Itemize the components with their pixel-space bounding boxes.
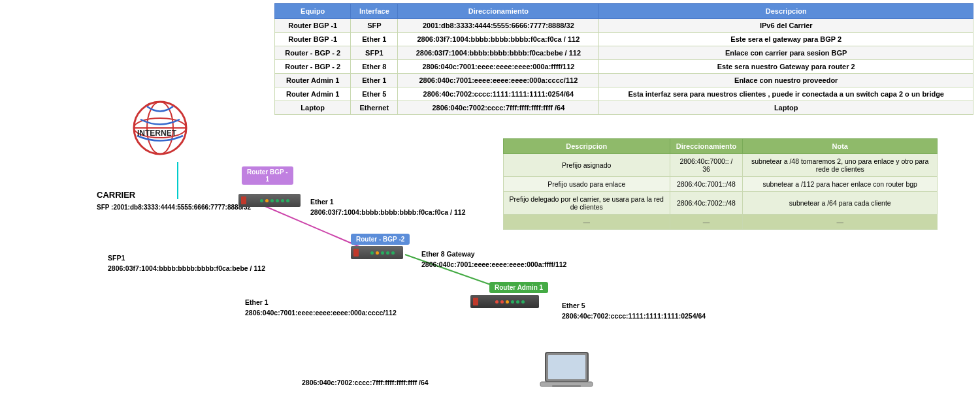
sfp1-label: SFP1 2806:03f7:1004:bbbb:bbbb:bbbb:f0ca:… [108,253,265,274]
table-cell: IPv6 del Carrier [599,19,973,33]
table-row: ——— [504,215,938,230]
table-cell: Ether 1 [351,33,398,46]
table-cell: Enlace con nuestro proveedor [599,74,973,87]
table-row: Prefijo asignado2806:40c:7000:: / 36subn… [504,154,938,177]
router-bgp2-box: Router - BGP -2 [351,234,410,245]
col2-direccionamiento: Direccionamiento [670,139,743,154]
table-cell: 2806:40c:7002:cccc:1111:1111:1111:0254/6… [398,87,599,101]
table-cell: 2806:40c:7000:: / 36 [670,154,743,177]
table-cell: 2806:40c:7001::/48 [670,177,743,192]
table-cell: subnetear a /48 tomaremos 2, uno para en… [743,154,938,177]
router-admin1-chip [470,295,539,308]
table-cell: — [743,215,938,230]
ether5-label: Ether 5 2806:40c:7002:cccc:1111:1111:111… [562,301,706,322]
table-cell: SFP [351,19,398,33]
table-cell: Ether 5 [351,87,398,101]
carrier-sfp-label: SFP :2001:db8:3333:4444:5555:6666:7777:8… [97,204,251,211]
carrier-label: CARRIER SFP :2001:db8:3333:4444:5555:666… [97,189,251,213]
table-row: Prefijo delegado por el carrier, se usar… [504,192,938,215]
table-row: Router Admin 1Ether 12806:040c:7001:eeee… [275,74,973,87]
table-cell: — [670,215,743,230]
col2-descripcion: Descripcion [504,139,670,154]
table-cell: 2806:03f7:1004:bbbb:bbbb:bbbb:f0ca:bebe … [398,46,599,60]
table-row: Prefijo usado para enlace2806:40c:7001::… [504,177,938,192]
main-table-container: Equipo Interface Direccionamiento Descri… [274,3,973,115]
table-cell: Prefijo usado para enlace [504,177,670,192]
second-table: Descripcion Direccionamiento Nota Prefij… [503,138,938,230]
table-cell: Prefijo asignado [504,154,670,177]
table-row: Router - BGP - 2SFP12806:03f7:1004:bbbb:… [275,46,973,60]
table-cell: — [504,215,670,230]
laptop-addr-label: 2806:040c:7002:cccc:7fff:ffff:ffff:ffff … [302,379,429,386]
table-cell: subnetear a /64 para cada cliente [743,192,938,215]
table-cell: 2806:03f7:1004:bbbb:bbbb:bbbb:f0ca:f0ca … [398,33,599,46]
router-admin1-box: Router Admin 1 [489,282,548,293]
table-row: Router BGP -1Ether 12806:03f7:1004:bbbb:… [275,33,973,46]
table-cell: subnetear a /112 para hacer enlace con r… [743,177,938,192]
table-cell: Router - BGP - 2 [275,60,351,74]
ether8-label: Ether 8 Gateway 2806:040c:7001:eeee:eeee… [421,249,566,270]
svg-rect-12 [552,385,581,387]
col-equipo: Equipo [275,4,351,19]
laptop-icon [539,349,598,399]
table-cell: Router - BGP - 2 [275,46,351,60]
table-cell: Ether 8 [351,60,398,74]
table-cell: Router BGP -1 [275,19,351,33]
table-cell: Este sera el gateway para BGP 2 [599,33,973,46]
table-row: Router BGP -1SFP2001:db8:3333:4444:5555:… [275,19,973,33]
col-descripcion: Descripcion [599,4,973,19]
table-cell: SFP1 [351,46,398,60]
table-cell: Laptop [599,101,973,115]
table-cell: 2806:040c:7002:cccc:7fff:ffff:ffff:ffff … [398,101,599,115]
ether1-bgp1-label: Ether 1 2806:03f7:1004:bbbb:bbbb:bbbb:f0… [310,197,465,218]
table-cell: Esta interfaz sera para nuestros cliente… [599,87,973,101]
table-cell: Router Admin 1 [275,74,351,87]
second-table-container: Descripcion Direccionamiento Nota Prefij… [503,138,938,230]
router-bgp2-chip [351,246,403,259]
col-interface: Interface [351,4,398,19]
table-cell: 2001:db8:3333:4444:5555:6666:7777:8888/3… [398,19,599,33]
table-cell: Ethernet [351,101,398,115]
table-cell: 2806:040c:7001:eeee:eeee:eeee:000a:cccc/… [398,74,599,87]
router-bgp1-box: Router BGP -1 [242,166,293,185]
table-row: LaptopEthernet2806:040c:7002:cccc:7fff:f… [275,101,973,115]
table-cell: Prefijo delegado por el carrier, se usar… [504,192,670,215]
table-cell: Router Admin 1 [275,87,351,101]
table-row: Router - BGP - 2Ether 82806:040c:7001:ee… [275,60,973,74]
table-cell: Este sera nuestro Gateway para router 2 [599,60,973,74]
table-cell: Enlace con carrier para sesion BGP [599,46,973,60]
svg-rect-10 [548,355,585,379]
table-row: Router Admin 1Ether 52806:40c:7002:cccc:… [275,87,973,101]
table-cell: 2806:40c:7002::/48 [670,192,743,215]
col2-nota: Nota [743,139,938,154]
table-cell: Laptop [275,101,351,115]
ether1-admin-label: Ether 1 2806:040c:7001:eeee:eeee:eeee:00… [245,298,397,319]
internet-label: INTERNET [137,129,176,138]
main-table: Equipo Interface Direccionamiento Descri… [274,3,973,115]
table-cell: 2806:040c:7001:eeee:eeee:eeee:000a:ffff/… [398,60,599,74]
col-direccionamiento: Direccionamiento [398,4,599,19]
router-bgp1-chip [238,194,301,207]
table-cell: Router BGP -1 [275,33,351,46]
table-cell: Ether 1 [351,74,398,87]
